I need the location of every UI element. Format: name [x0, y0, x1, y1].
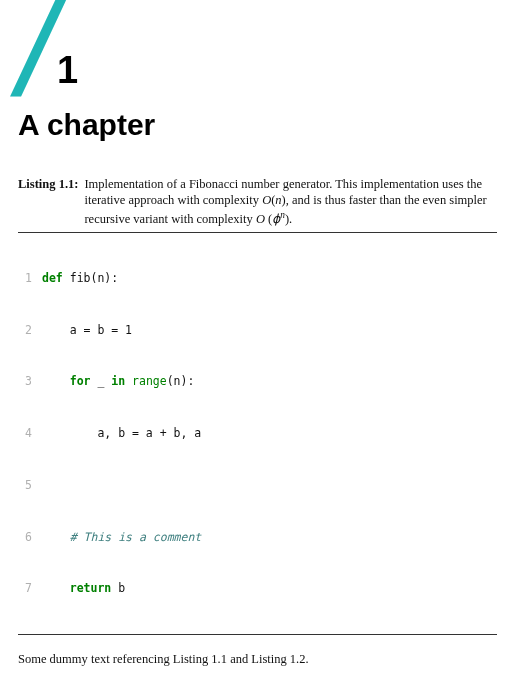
- body-paragraph: Some dummy text referencing Listing 1.1 …: [18, 651, 497, 668]
- code-line: [42, 477, 497, 494]
- line-number: 7: [18, 580, 42, 597]
- ref-listing-2: Listing 1.2: [251, 652, 305, 666]
- code-line: a, b = a + b, a: [42, 425, 497, 442]
- chapter-title: A chapter: [18, 105, 497, 146]
- code-line: # This is a comment: [42, 529, 497, 546]
- line-number: 1: [18, 270, 42, 287]
- ref-listing-1: Listing 1.1: [173, 652, 227, 666]
- chapter-slash-ornament: /: [18, 8, 51, 85]
- code-line: a = b = 1: [42, 322, 497, 339]
- listing-1-caption: Listing 1.1: Implementation of a Fibonac…: [18, 176, 497, 229]
- listing-1-caption-text: Implementation of a Fibonacci number gen…: [84, 176, 497, 229]
- chapter-number: 1: [57, 51, 78, 89]
- line-number: 6: [18, 529, 42, 546]
- math: O: [262, 193, 271, 207]
- code-line: def fib(n):: [42, 270, 497, 287]
- line-number: 3: [18, 373, 42, 390]
- code-line: for _ in range(n):: [42, 373, 497, 390]
- line-number: 4: [18, 425, 42, 442]
- code-line: return b: [42, 580, 497, 597]
- line-number: 5: [18, 477, 42, 494]
- line-number: 2: [18, 322, 42, 339]
- listing-1-code: 1def fib(n): 2 a = b = 1 3 for _ in rang…: [18, 232, 497, 635]
- listing-1-label: Listing 1.1:: [18, 176, 78, 229]
- page: / 1 A chapter Listing 1.1: Implementatio…: [0, 0, 515, 679]
- chapter-heading: / 1: [18, 14, 497, 91]
